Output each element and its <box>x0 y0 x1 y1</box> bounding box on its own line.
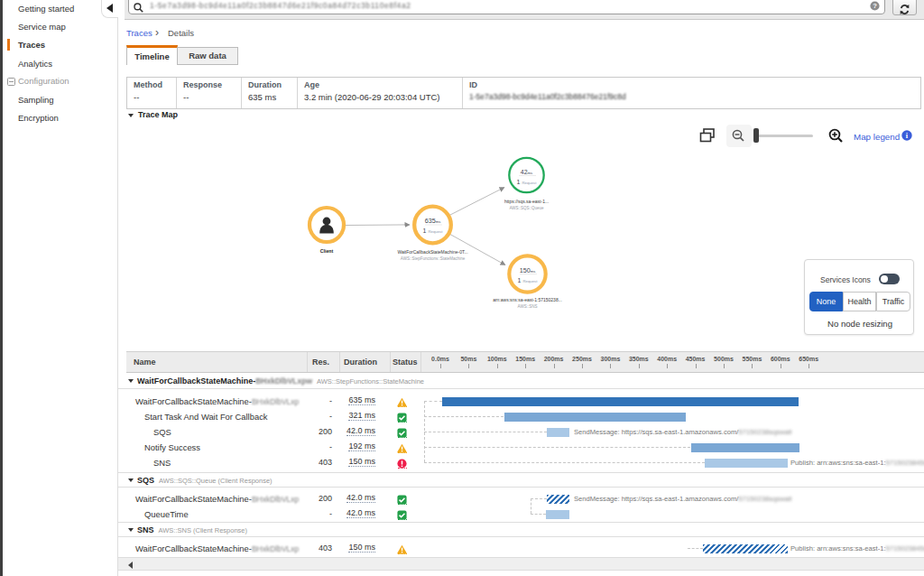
svg-text:Client: Client <box>320 248 334 254</box>
svg-text:42ms: 42ms <box>521 169 532 175</box>
svg-text:arn:aws:sns:sa-east-1:57150238: arn:aws:sns:sa-east-1:57150238... <box>493 297 562 302</box>
svg-text:AWS::StepFunctions::StateMachi: AWS::StepFunctions::StateMachine <box>401 256 466 261</box>
svg-text:https://sqs.sa-east-1...: https://sqs.sa-east-1... <box>504 199 549 204</box>
svg-text:?: ? <box>873 2 877 10</box>
svg-text:1 Request: 1 Request <box>518 277 539 283</box>
svg-text:WaitForCallbackStateMachine-0T: WaitForCallbackStateMachine-0T... <box>397 249 467 255</box>
svg-text:1 Request: 1 Request <box>423 228 444 234</box>
svg-text:AWS::SQS::Queue: AWS::SQS::Queue <box>509 206 544 210</box>
svg-text:1 Request: 1 Request <box>517 179 538 185</box>
svg-text:AWS::SNS: AWS::SNS <box>518 304 538 309</box>
